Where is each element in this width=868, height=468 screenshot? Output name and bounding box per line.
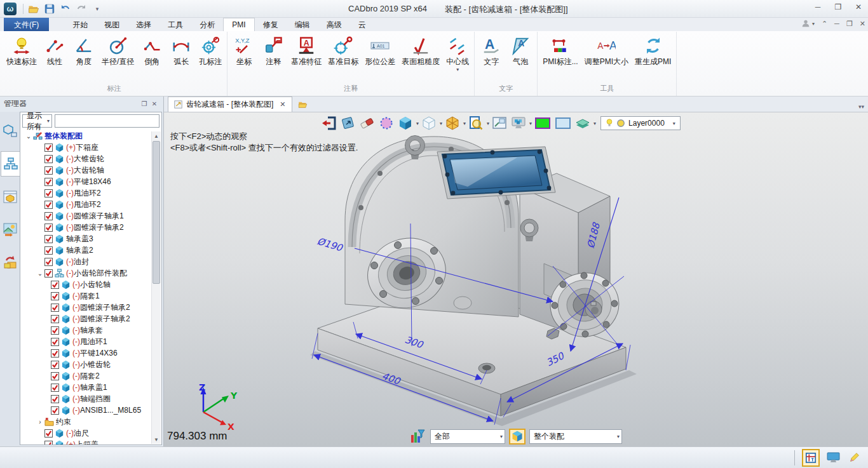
app-logo[interactable]: ω <box>4 3 17 15</box>
tree-item-2[interactable]: (-)大锥齿轮 <box>20 153 151 164</box>
visibility-checkbox[interactable] <box>51 406 59 415</box>
assembly-scope-button[interactable] <box>509 429 526 445</box>
visibility-checkbox[interactable] <box>44 246 53 255</box>
visibility-checkbox[interactable] <box>44 235 53 243</box>
tree-item-26[interactable]: (-)油尺 <box>20 427 151 439</box>
chevron-right-icon[interactable]: › <box>36 418 44 425</box>
visibility-checkbox[interactable] <box>51 372 59 380</box>
edit-mode-button[interactable] <box>846 450 862 465</box>
tree-item-23[interactable]: (-)轴端挡圈 <box>20 393 151 404</box>
geometric-tolerance-button[interactable]: A01 形位公差 <box>362 32 398 66</box>
tab-visualization[interactable] <box>1 217 20 243</box>
angle-dimension-button[interactable]: 角度 <box>69 32 98 66</box>
visibility-checkbox[interactable] <box>51 349 59 358</box>
visibility-checkbox[interactable] <box>51 281 59 289</box>
surface-roughness-button[interactable]: 表面粗糙度 <box>398 32 443 66</box>
display-settings-button[interactable] <box>825 450 841 465</box>
visibility-checkbox[interactable] <box>51 304 59 312</box>
visibility-checkbox[interactable] <box>51 384 59 392</box>
visibility-checkbox[interactable] <box>51 361 59 369</box>
visibility-checkbox[interactable] <box>44 201 53 209</box>
filter-icon[interactable] <box>409 428 426 445</box>
tree-item-22[interactable]: (-)轴承盖1 <box>20 382 151 393</box>
document-tab[interactable]: 齿轮减速箱 - [整体装配图] ✕ <box>168 97 292 112</box>
collapse-ribbon-icon[interactable]: ⌃ <box>822 20 827 28</box>
radius-diameter-button[interactable]: 半径/直径 <box>98 32 137 66</box>
menu-tab-7[interactable]: 编辑 <box>287 18 318 31</box>
visibility-checkbox[interactable] <box>44 166 53 175</box>
tree-item-18[interactable]: (-)甩油环1 <box>20 336 151 347</box>
file-menu-button[interactable]: 文件(F) <box>4 18 49 31</box>
doc-restore-button[interactable]: ❐ <box>846 20 853 28</box>
visibility-checkbox[interactable] <box>44 189 53 197</box>
visibility-checkbox[interactable] <box>44 269 53 277</box>
centerline-button[interactable]: 中心线 ▾ <box>443 32 472 72</box>
doc-close-button[interactable]: ✕ <box>860 20 865 28</box>
menu-tab-8[interactable]: 高级 <box>318 18 350 31</box>
menu-tab-6[interactable]: 修复 <box>255 18 287 31</box>
tab-assembly-manager[interactable] <box>1 151 20 177</box>
tree-item-19[interactable]: (-)平键14X36 <box>20 347 151 359</box>
visibility-checkbox[interactable] <box>44 212 53 220</box>
redo-icon[interactable] <box>76 3 87 15</box>
open-file-icon[interactable] <box>28 3 39 15</box>
chamfer-dimension-button[interactable]: 倒角 <box>137 32 166 66</box>
tree-item-15[interactable]: (-)圆锥滚子轴承2 <box>20 302 151 313</box>
scroll-down-icon[interactable]: ▼ <box>152 435 161 444</box>
menu-tab-3[interactable]: 工具 <box>159 18 191 31</box>
panel-restore-icon[interactable]: ❐ <box>139 99 149 108</box>
tab-close-icon[interactable]: ✕ <box>280 100 285 109</box>
tab-part-manager[interactable] <box>1 118 20 144</box>
assembly-scope-dropdown[interactable]: 整个装配 ▾ <box>529 429 622 444</box>
chevron-down-icon[interactable]: ⌄ <box>36 270 44 277</box>
tree-item-12[interactable]: ⌄(-)小齿轮部件装配 <box>20 267 151 279</box>
viewport-3d[interactable]: 按下<F2>动态的观察 <F8>或者<Shift-roll> 查找下一个有效的过… <box>164 112 868 446</box>
visibility-checkbox[interactable] <box>44 144 53 152</box>
pmi-dimension-settings-button[interactable]: PMI标注... <box>539 32 581 66</box>
hole-callout-button[interactable]: 孔标注 <box>196 32 225 66</box>
tab-reuse-library[interactable] <box>1 250 20 276</box>
visibility-checkbox[interactable] <box>44 429 53 438</box>
tree-item-6[interactable]: (-)甩油环2 <box>20 199 151 210</box>
chevron-down-icon[interactable]: ⌄ <box>24 133 33 140</box>
user-account-button[interactable]: ▾ <box>801 18 815 29</box>
text-button[interactable]: A 文字 <box>477 32 506 66</box>
resize-pmi-button[interactable]: AA 调整PMI大小 <box>581 32 632 66</box>
menu-tab-5[interactable]: PMI <box>223 18 254 31</box>
save-icon[interactable] <box>44 3 55 15</box>
visibility-checkbox[interactable] <box>44 441 53 445</box>
visibility-checkbox[interactable] <box>51 395 59 403</box>
qat-more-icon[interactable]: ▾ <box>92 3 103 15</box>
menu-tab-1[interactable]: 视图 <box>96 18 128 31</box>
tree-item-11[interactable]: (-)油封 <box>20 256 151 267</box>
tree-item-4[interactable]: (-)平键18X46 <box>20 176 151 187</box>
doc-minimize-button[interactable]: ─ <box>834 20 839 27</box>
tree-item-9[interactable]: 轴承盖3 <box>20 233 151 244</box>
tree-item-14[interactable]: (-)隔套1 <box>20 290 151 302</box>
scroll-thumb[interactable] <box>153 141 160 284</box>
tree-item-13[interactable]: (-)小齿轮轴 <box>20 279 151 290</box>
menu-tab-0[interactable]: 开始 <box>64 18 96 31</box>
chevron-down-icon[interactable]: ▾ <box>456 67 459 72</box>
tree-item-27[interactable]: (+)上箱盖 <box>20 439 151 445</box>
visibility-checkbox[interactable] <box>51 315 59 323</box>
tree-item-10[interactable]: 轴承盖2 <box>20 244 151 256</box>
tree-item-20[interactable]: (-)小锥齿轮 <box>20 359 151 370</box>
gearbox-model[interactable]: Ø190 Ø188 300 400 350 Z Y X <box>164 112 868 446</box>
tree-item-7[interactable]: (-)圆锥滚子轴承1 <box>20 210 151 222</box>
visibility-checkbox[interactable] <box>44 258 53 266</box>
undo-icon[interactable] <box>60 3 71 15</box>
minimize-button[interactable]: ─ <box>811 1 825 13</box>
datum-feature-button[interactable]: A 基准特征 <box>288 32 325 66</box>
restore-button[interactable]: ❐ <box>831 1 845 13</box>
datum-target-button[interactable]: 基准目标 <box>325 32 362 66</box>
coordinate-button[interactable]: X,Y,Z 坐标 <box>229 32 259 66</box>
panel-close-icon[interactable]: ✕ <box>149 99 159 108</box>
toolbar-collapse-icon[interactable]: ▾▾ <box>858 104 864 110</box>
tree-item-8[interactable]: (-)圆锥滚子轴承2 <box>20 222 151 233</box>
tree-item-17[interactable]: (-)轴承套 <box>20 324 151 336</box>
visibility-checkbox[interactable] <box>51 326 59 335</box>
dim-label-d190[interactable]: Ø190 <box>316 236 344 254</box>
tree-item-21[interactable]: (-)隔套2 <box>20 370 151 382</box>
tree-item-3[interactable]: (-)大齿轮轴 <box>20 164 151 176</box>
